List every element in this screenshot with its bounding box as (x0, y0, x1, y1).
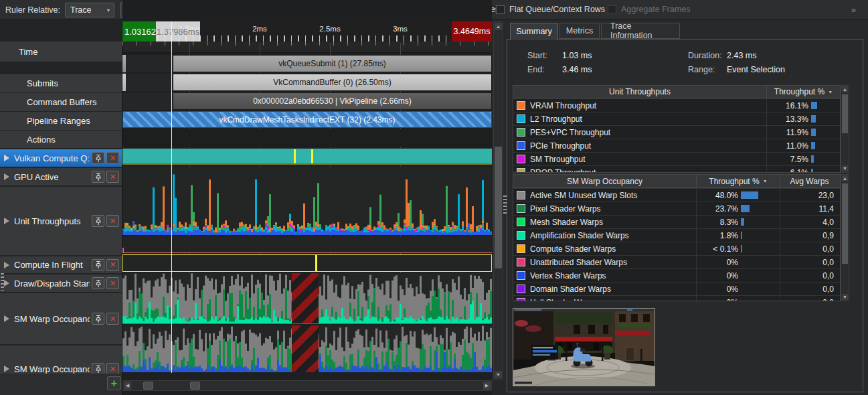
table-row-sm-throughput[interactable]: SM Throughput7.5% (513, 152, 840, 165)
table-row-domain-shader-warps[interactable]: Domain Shader Warps0%0,0 (513, 282, 840, 295)
zoom-handle-left[interactable] (143, 382, 153, 390)
sidebar-row-draw-dispatch-start[interactable]: Draw/Dispatch Start✕ (0, 274, 122, 292)
timeline-horizontal-scrollbar[interactable]: ◀ ▶ (122, 380, 492, 391)
warp-table-scrollbar[interactable]: ▲ ▼ (841, 174, 849, 301)
throughput-value: 0% (697, 285, 738, 294)
close-row-button[interactable]: ✕ (106, 277, 119, 289)
event-bar-vkcmddrawmeshtasksindirectext[interactable]: vkCmdDrawMeshTasksIndirectEXT (32) (2.43… (122, 111, 492, 128)
scrollbar-thumb[interactable] (842, 183, 848, 264)
row-sm-warp-occupancy-1[interactable] (122, 273, 492, 324)
scroll-down-icon[interactable]: ▼ (494, 370, 503, 379)
timeline-ruler[interactable]: 1.5ms2ms2.5ms3ms 1.03162 1.37986ms 3.464… (122, 21, 492, 42)
tab-trace-information[interactable]: Trace Information (601, 23, 680, 39)
sidebar-row-pipeline-ranges[interactable]: Pipeline Ranges (0, 112, 122, 130)
pin-button[interactable] (92, 313, 104, 325)
add-row-button[interactable]: + (107, 376, 121, 390)
table-row-active-sm-unused-warp-slots[interactable]: Active SM Unused Warp Slots48.0%23,0 (513, 188, 840, 202)
checkbox-box[interactable] (608, 5, 616, 14)
table-row-amplification-shader-warps[interactable]: Amplification Shader Warps1.8%0,9 (513, 228, 840, 242)
checkbox-flat-queue-context-rows[interactable]: Flat Queue/Context Rows (496, 5, 605, 14)
expander-icon[interactable] (4, 218, 9, 224)
column-header-throughput[interactable]: Throughput %▼ (696, 175, 780, 187)
timeline-area[interactable]: 1.5ms2ms2.5ms3ms 1.03162 1.37986ms 3.464… (122, 0, 492, 395)
table-row-prop-throughput[interactable]: PROP Throughput6.1% (513, 165, 840, 173)
row-compute-in-flight[interactable] (122, 236, 492, 253)
column-header-throughput[interactable]: Throughput %▼ (766, 86, 840, 98)
throughput-value: 8.3% (697, 218, 738, 227)
table-row-pcie-throughput[interactable]: PCIe Throughput11.0% (513, 139, 840, 152)
table-row-pixel-shader-warps[interactable]: Pixel Shader Warps23.7%11,4 (513, 202, 840, 215)
scroll-left-icon[interactable]: ◀ (123, 381, 132, 390)
scroll-right-icon[interactable]: ▶ (483, 381, 491, 390)
row-vulkan-compute-queue[interactable] (122, 129, 492, 147)
row-draw-dispatch-start[interactable] (122, 254, 492, 272)
event-bar-vkqueuesubmit[interactable]: vkQueueSubmit (1) (27.85ms) (173, 55, 492, 72)
toolbar-overflow-chevron[interactable]: » (851, 5, 856, 15)
render-preview-thumbnail[interactable] (513, 308, 655, 386)
close-row-button[interactable]: ✕ (106, 215, 119, 227)
pin-button[interactable] (92, 215, 104, 227)
sidebar-drag-handle[interactable] (1, 273, 4, 291)
checkbox-box[interactable] (496, 5, 505, 14)
scrollbar-thumb[interactable] (842, 94, 848, 133)
vertical-scrollbar-thumb[interactable] (495, 147, 502, 268)
scroll-down-icon[interactable]: ▼ (841, 165, 849, 172)
sidebar-row-gpu-active[interactable]: GPU Active✕ (0, 168, 122, 185)
sidebar-row-submits[interactable]: Submits (0, 74, 122, 92)
table-row-vertex-shader-warps[interactable]: Vertex Shader Warps0%0,0 (513, 268, 840, 282)
sidebar-row-actions[interactable]: Actions (0, 131, 122, 148)
column-header-sm-warp-occupancy[interactable]: SM Warp Occupancy (513, 175, 696, 187)
sidebar-row-sm-warp-occupancy[interactable]: SM Warp Occupancy✕ (0, 293, 122, 344)
tab-metrics[interactable]: Metrics (559, 23, 600, 39)
close-icon: ✕ (110, 315, 116, 323)
scroll-up-icon[interactable]: ▲ (494, 22, 503, 31)
tab-summary[interactable]: Summary (510, 23, 558, 40)
table-row-l2-throughput[interactable]: L2 Throughput13.3% (513, 112, 840, 125)
ruler-relative-select[interactable]: Trace ▼ (65, 3, 114, 17)
sidebar-row-time[interactable]: Time (0, 42, 122, 62)
close-row-button[interactable]: ✕ (106, 152, 119, 164)
expander-icon[interactable] (4, 366, 9, 372)
ruler-label: 2.5ms (319, 25, 340, 33)
pin-button[interactable] (92, 277, 104, 289)
zoom-handle-right[interactable] (190, 382, 200, 390)
scroll-up-icon[interactable]: ▲ (841, 175, 849, 182)
sidebar-row-command-buffers[interactable]: Command Buffers (0, 93, 122, 111)
expander-icon[interactable] (4, 173, 9, 180)
sidebar-row-unit-throughputs[interactable]: Unit Throughputs✕ (0, 187, 122, 255)
sidebar-row-compute-in-flight[interactable]: Compute In Flight✕ (0, 256, 122, 273)
scroll-down-icon[interactable]: ▼ (841, 293, 849, 301)
table-row-unattributed-shader-warps[interactable]: Unattributed Shader Warps0%0,0 (513, 255, 840, 268)
table-row-vram-throughput[interactable]: VRAM Throughput16.1% (513, 98, 840, 112)
event-bar-0x000002a0ebd66530[interactable]: 0x000002a0ebd66530 | VkPipeline (2.66ms) (173, 92, 492, 110)
table-row-hull-shader-warps[interactable]: Hull Shader Warps0%0,0 (513, 295, 840, 301)
table-row-mesh-shader-warps[interactable]: Mesh Shader Warps8.3%4,0 (513, 215, 840, 228)
scroll-up-icon[interactable]: ▲ (841, 86, 849, 93)
close-row-button[interactable]: ✕ (106, 171, 119, 183)
pin-button[interactable] (92, 152, 104, 164)
expander-icon[interactable] (4, 280, 9, 287)
pin-button[interactable] (92, 171, 104, 183)
expander-icon[interactable] (4, 315, 9, 322)
expander-icon[interactable] (4, 155, 9, 161)
event-bar-fragment[interactable] (122, 74, 126, 91)
row-gpu-active[interactable] (122, 148, 492, 165)
table-row-compute-shader-warps[interactable]: Compute Shader Warps< 0.1%0,0 (513, 242, 840, 255)
column-header-avg-warps[interactable]: Avg Warps (780, 175, 839, 187)
table-row-pes-vpc-throughput[interactable]: PES+VPC Throughput11.9% (513, 125, 840, 139)
event-bar-fragment[interactable] (122, 55, 126, 72)
sidebar-row-vulkan-compute-q-2[interactable]: Vulkan Compute Q:2✕ (0, 149, 122, 167)
unit-table-scrollbar[interactable]: ▲ ▼ (841, 85, 849, 173)
column-header-unit-throughputs[interactable]: Unit Throughputs (513, 86, 766, 98)
expander-icon[interactable] (4, 262, 9, 268)
close-row-button[interactable]: ✕ (106, 313, 119, 325)
unit-throughputs-table: Unit ThroughputsThroughput %▼VRAM Throug… (513, 85, 841, 173)
row-sm-warp-occupancy-2[interactable] (122, 325, 492, 372)
pin-button[interactable] (92, 259, 104, 271)
row-unit-throughputs-chart[interactable] (122, 167, 492, 235)
metric-name-cell: L2 Throughput (513, 114, 766, 124)
close-row-button[interactable]: ✕ (106, 259, 119, 271)
event-bar-vkcommandbuffer[interactable]: VkCommandBuffer (0) (26.50ms) (173, 74, 492, 91)
checkbox-aggregate-frames[interactable]: Aggregate Frames (608, 5, 691, 14)
timeline-vertical-scrollbar[interactable]: ▲ ▼ (493, 21, 503, 380)
